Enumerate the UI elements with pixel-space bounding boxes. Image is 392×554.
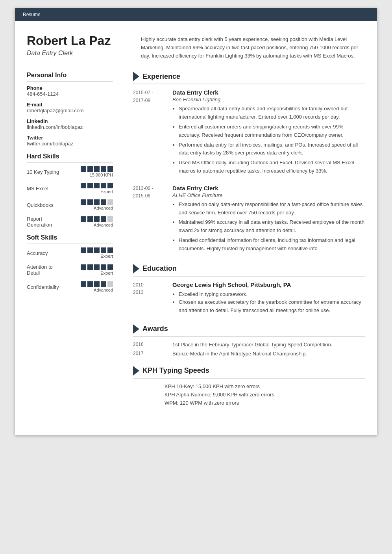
awards-arrow-icon [133, 324, 139, 334]
exp-dates: 2015-07 - 2017-08 [133, 89, 165, 177]
experience-title: Experience [133, 72, 365, 84]
skill-dots [81, 281, 113, 287]
skill-dot [81, 216, 86, 222]
award-entry: 20161st Place in the February Typeracer … [133, 342, 365, 348]
header-label: Resume [23, 12, 41, 17]
skill-dot [101, 264, 106, 270]
education-section: Education 2010 - 2013George Lewis High S… [133, 264, 365, 315]
skill-dot [94, 183, 100, 188]
main-content: Personal Info Phone 484-654-1124 E-mail … [15, 64, 377, 435]
skill-dot [87, 247, 93, 253]
skill-right: Advanced [81, 199, 113, 210]
experience-entry: 2015-07 - 2017-08Data Entry ClerkBen Fra… [133, 89, 365, 177]
exp-title: Data Entry Clerk [172, 185, 365, 191]
exp-detail: Data Entry ClerkBen Franklin LightingSpe… [172, 89, 365, 177]
linkedin-label: LinkedIn [27, 118, 113, 124]
phone-value: 484-654-1124 [27, 91, 113, 97]
phone-label: Phone [27, 85, 113, 91]
education-arrow-icon [133, 264, 139, 273]
exp-dates: 2013-06 - 2015-06 [133, 185, 165, 255]
skill-dots [81, 247, 113, 253]
skill-dot [101, 183, 106, 188]
soft-skill-item: ConfidentialityAdvanced [27, 281, 113, 292]
skill-dot [81, 247, 86, 253]
skill-level: 15,000 KPH [90, 173, 113, 177]
kph-title: KPH Typing Speeds [133, 366, 365, 379]
skill-right: Expert [81, 264, 113, 275]
skill-dots [81, 216, 113, 222]
experience-entry: 2013-06 - 2015-06Data Entry ClerkALHE Of… [133, 185, 365, 255]
skill-dot [94, 166, 100, 172]
right-column: Experience 2015-07 - 2017-08Data Entry C… [121, 64, 377, 423]
skill-level: Expert [100, 189, 113, 194]
award-year: 2016 [133, 342, 165, 348]
edu-bullets: Excelled in typing coursework.Chosen as … [172, 290, 365, 315]
linkedin-item: LinkedIn linkedin.com/in/boblapaz [27, 118, 113, 130]
skill-level: Expert [100, 254, 113, 258]
skill-dot [87, 216, 93, 222]
exp-title: Data Entry Clerk [172, 89, 365, 96]
skill-level: Expert [100, 271, 113, 275]
skill-dot [94, 216, 100, 222]
left-column: Personal Info Phone 484-654-1124 E-mail … [15, 64, 121, 423]
hard-skill-item: Report GenerationAdvanced [27, 216, 113, 228]
email-item: E-mail robertqlapaz@gmail.com [27, 102, 113, 113]
skill-dot [107, 281, 113, 287]
name-section: Robert La Paz Data Entry Clerk Highly ac… [15, 21, 377, 64]
skill-dot [87, 281, 93, 287]
skill-dot [101, 281, 106, 287]
skill-dot [101, 166, 106, 172]
resume-page: Resume Robert La Paz Data Entry Clerk Hi… [15, 8, 377, 435]
exp-company: Ben Franklin Lighting [172, 97, 365, 102]
job-title: Data Entry Clerk [27, 50, 129, 57]
skill-level: Advanced [94, 223, 113, 227]
experience-section: Experience 2015-07 - 2017-08Data Entry C… [133, 72, 365, 254]
exp-company: ALHE Office Furniture [172, 192, 365, 198]
skill-dot [101, 199, 106, 205]
skill-right: 15,000 KPH [81, 166, 113, 177]
skill-dot [94, 247, 100, 253]
education-entry: 2010 - 2013George Lewis High School, Pit… [133, 281, 365, 315]
personal-info-section: Personal Info Phone 484-654-1124 E-mail … [27, 72, 113, 147]
skill-dot [81, 199, 86, 205]
twitter-item: Twitter twitter.com/boblapaz [27, 135, 113, 147]
header-bar: Resume [15, 8, 377, 21]
skill-dot [94, 281, 100, 287]
exp-bullet: Performed data entry for all invoices, m… [179, 141, 365, 158]
exp-bullets: Executed on daily data-entry responsibil… [172, 201, 365, 253]
skill-dot [107, 247, 113, 253]
linkedin-value: linkedin.com/in/boblapaz [27, 124, 113, 130]
skill-dot [81, 166, 86, 172]
soft-skills-title: Soft Skills [27, 234, 113, 244]
skill-name: 10 Key Typing [27, 169, 66, 175]
skill-dots [81, 264, 113, 270]
soft-skills-section: Soft Skills AccuracyExpertAttention to D… [27, 234, 113, 292]
exp-bullet: Executed on daily data-entry responsibil… [179, 201, 365, 217]
skill-name: Confidentiality [27, 284, 66, 290]
skill-dots [81, 166, 113, 172]
soft-skill-item: Attention to DetailExpert [27, 264, 113, 276]
skill-dot [87, 183, 93, 188]
exp-bullet: Handled confidential information for cli… [179, 236, 365, 253]
edu-detail: George Lewis High School, Pittsburgh, PA… [172, 281, 365, 315]
award-entry: 2017Bronze Medal in the April Nitrotype … [133, 351, 365, 357]
awards-section: Awards 20161st Place in the February Typ… [133, 324, 365, 357]
skill-dots [81, 183, 113, 188]
experience-arrow-icon [133, 72, 139, 81]
skill-dot [107, 216, 113, 222]
soft-skills-list: AccuracyExpertAttention to DetailExpertC… [27, 247, 113, 292]
email-label: E-mail [27, 102, 113, 108]
skill-name: Accuracy [27, 250, 66, 256]
kph-arrow-icon [133, 366, 139, 376]
experience-list: 2015-07 - 2017-08Data Entry ClerkBen Fra… [133, 89, 365, 254]
skill-right: Expert [81, 183, 113, 194]
email-value: robertqlapaz@gmail.com [27, 108, 113, 113]
skill-dot [87, 264, 93, 270]
summary: Highly accurate data entry clerk with 5 … [141, 33, 365, 60]
skill-dot [107, 264, 113, 270]
hard-skills-section: Hard Skills 10 Key Typing15,000 KPHMS Ex… [27, 153, 113, 228]
personal-info-title: Personal Info [27, 72, 113, 82]
skill-dot [107, 199, 113, 205]
twitter-value: twitter.com/boblapaz [27, 141, 113, 147]
skill-name: Quickbooks [27, 202, 66, 208]
